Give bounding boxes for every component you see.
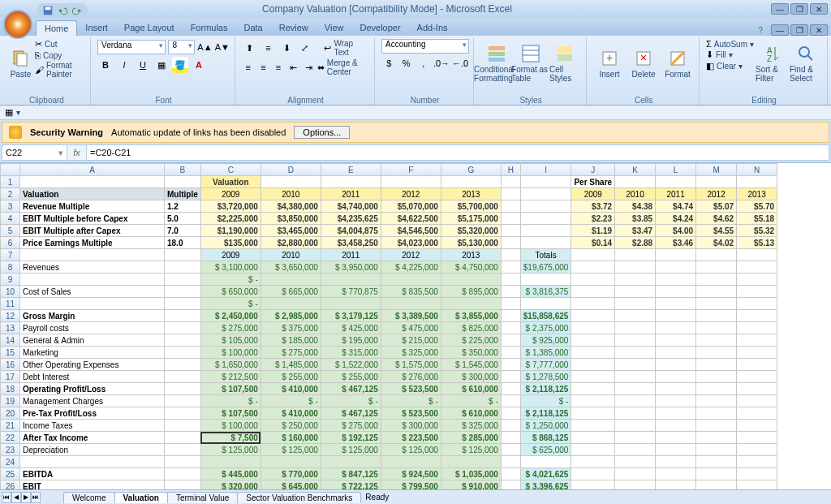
cell[interactable] — [520, 188, 571, 200]
format-table-button[interactable]: Format as Table — [515, 39, 547, 88]
cell[interactable]: EBIT — [20, 480, 165, 490]
cell[interactable] — [656, 322, 696, 334]
cell[interactable]: Debt Interest — [20, 371, 165, 383]
cell[interactable]: $ 799,500 — [381, 480, 441, 490]
cell[interactable]: $3,850,000 — [260, 213, 321, 225]
cell[interactable] — [696, 407, 737, 420]
cell[interactable] — [501, 420, 520, 432]
cell[interactable] — [571, 432, 615, 444]
cell[interactable]: Payroll costs — [20, 322, 165, 334]
cell[interactable]: $ 4,021,625 — [520, 468, 571, 480]
cell[interactable]: $ 107,500 — [200, 407, 260, 420]
close-button[interactable]: ✕ — [810, 3, 828, 15]
col-header-M[interactable]: M — [696, 164, 737, 176]
sheet-tab-valuation[interactable]: Valuation — [114, 492, 168, 503]
cell[interactable] — [441, 456, 501, 468]
cell[interactable]: $ 895,000 — [441, 286, 501, 298]
row-header-13[interactable]: 13 — [1, 322, 20, 334]
fill-color-button[interactable]: 🪣 — [172, 57, 188, 73]
cell[interactable] — [165, 371, 201, 383]
cell[interactable]: Other Operating Expenses — [20, 359, 165, 371]
cell[interactable]: $ 2,985,000 — [260, 310, 321, 322]
cell[interactable] — [737, 444, 777, 456]
cell[interactable] — [656, 249, 696, 261]
row-header-3[interactable]: 3 — [1, 200, 20, 213]
cell[interactable]: Marketing — [20, 347, 165, 359]
ribbon-tab-page-layout[interactable]: Page Layout — [116, 20, 183, 36]
cell[interactable] — [696, 334, 737, 347]
increase-indent-button[interactable]: ⇥ — [302, 59, 315, 75]
cell[interactable]: 2010 — [260, 249, 321, 261]
cell[interactable] — [656, 456, 696, 468]
cell[interactable]: $ - — [200, 298, 260, 310]
cell[interactable]: EBITDA — [20, 468, 165, 480]
cell[interactable]: EBIT Multiple after Capex — [20, 225, 165, 237]
cell[interactable]: $ 2,118,125 — [520, 383, 571, 395]
cell[interactable] — [696, 249, 737, 261]
align-top-button[interactable]: ⬆ — [242, 40, 258, 56]
cell[interactable] — [501, 432, 520, 444]
cell[interactable]: $ 315,000 — [321, 347, 381, 359]
cell[interactable]: $5.13 — [737, 237, 777, 249]
cell[interactable] — [165, 456, 201, 468]
cell[interactable] — [656, 383, 696, 395]
row-header-15[interactable]: 15 — [1, 347, 20, 359]
cell[interactable]: $ 1,278,500 — [520, 371, 571, 383]
cell[interactable] — [737, 347, 777, 359]
cell[interactable]: Operating Profit/Loss — [20, 383, 165, 395]
cell[interactable] — [696, 286, 737, 298]
tab-nav-prev[interactable]: ◀ — [11, 492, 21, 503]
cell[interactable]: $ 1,545,000 — [441, 359, 501, 371]
cell[interactable]: $2.23 — [571, 213, 615, 225]
col-header-G[interactable]: G — [441, 164, 501, 176]
cell[interactable] — [441, 274, 501, 286]
cell[interactable] — [200, 456, 260, 468]
cell[interactable] — [501, 298, 520, 310]
font-size-select[interactable]: 8 — [168, 40, 195, 54]
cell[interactable]: $1,190,000 — [200, 225, 260, 237]
col-header-B[interactable]: B — [165, 164, 201, 176]
cell[interactable] — [696, 347, 737, 359]
cell[interactable] — [165, 407, 201, 420]
cell[interactable] — [615, 261, 656, 274]
decrease-decimal-button[interactable]: ←.0 — [452, 55, 468, 71]
cell[interactable]: $ 445,000 — [200, 468, 260, 480]
cell[interactable] — [571, 347, 615, 359]
wrap-text-button[interactable]: ↩Wrap Text — [324, 39, 369, 57]
security-options-button[interactable]: Options... — [294, 126, 350, 139]
cell[interactable]: $ - — [441, 395, 501, 407]
cell[interactable] — [501, 347, 520, 359]
cell[interactable] — [737, 310, 777, 322]
restore-button[interactable]: ❐ — [790, 3, 808, 15]
cell[interactable]: $ 125,000 — [200, 444, 260, 456]
cell[interactable] — [501, 310, 520, 322]
cell[interactable]: $ 160,000 — [260, 432, 321, 444]
cell[interactable]: $ 320,000 — [200, 480, 260, 490]
cell[interactable]: $ 610,000 — [441, 407, 501, 420]
cell[interactable]: $ 192,125 — [321, 432, 381, 444]
cell[interactable] — [615, 334, 656, 347]
cell[interactable] — [656, 420, 696, 432]
cell[interactable] — [501, 395, 520, 407]
cell[interactable] — [696, 480, 737, 490]
col-header-H[interactable]: H — [501, 164, 520, 176]
cell[interactable]: $ 410,000 — [260, 407, 321, 420]
cell[interactable] — [520, 456, 571, 468]
cell[interactable] — [260, 456, 321, 468]
currency-button[interactable]: $ — [381, 55, 396, 71]
row-header-18[interactable]: 18 — [1, 383, 20, 395]
align-right-button[interactable]: ≡ — [272, 59, 285, 75]
cell[interactable] — [737, 298, 777, 310]
cell[interactable]: 2010 — [615, 188, 656, 200]
cell[interactable]: $ 835,500 — [381, 286, 441, 298]
border-button[interactable]: ▦ — [153, 57, 170, 73]
cell[interactable] — [165, 261, 201, 274]
cell[interactable]: $15,858,625 — [520, 310, 571, 322]
cell[interactable] — [696, 261, 737, 274]
col-header-E[interactable]: E — [321, 164, 381, 176]
cell[interactable]: Pre-Tax Profit/Loss — [20, 407, 165, 420]
row-header-11[interactable]: 11 — [1, 298, 20, 310]
cell[interactable]: $ 825,000 — [441, 322, 501, 334]
cell[interactable]: $4,004,875 — [321, 225, 381, 237]
cell[interactable] — [571, 371, 615, 383]
